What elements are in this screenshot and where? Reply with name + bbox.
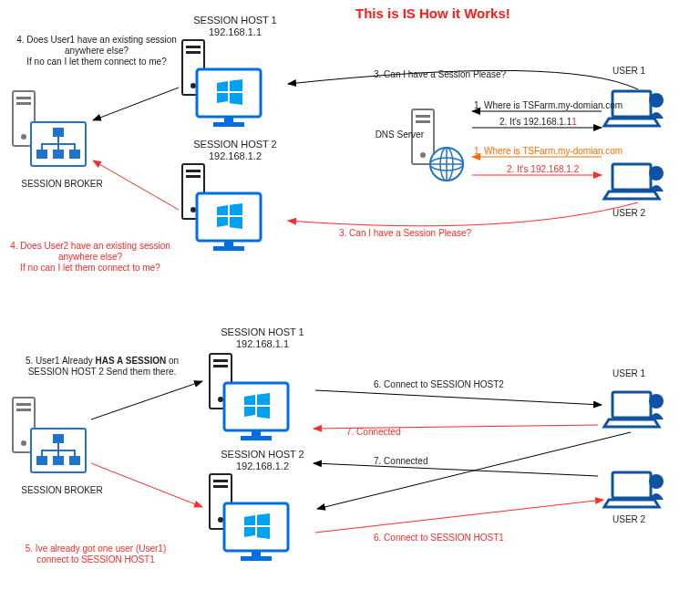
arrow-msg5 <box>91 381 202 419</box>
text-msg3r: 3. Can I have a Session Please? <box>339 228 471 239</box>
bottom-user-2-icon <box>604 472 664 507</box>
label-bot-host1: SESSION HOST 1192.168.1.1 <box>208 326 317 350</box>
text-msg2r: 2. It's 192.168.1.2 <box>507 164 579 175</box>
label-top-dns: DNS Server <box>369 129 424 140</box>
text-msg5: 5. User1 Already HAS A SESSION onSESSION… <box>11 345 193 378</box>
label-bot-user2: USER 2 <box>612 514 645 525</box>
bottom-session-host-1 <box>210 354 288 440</box>
text-msg4r: 4. Does User2 have an existing session a… <box>0 241 186 274</box>
label-top-user1: USER 1 <box>612 66 645 77</box>
label-bot-broker: SESSION BROKER <box>7 485 117 496</box>
text-msg6: 6. Connect to SESSION HOST2 <box>374 379 504 390</box>
text-msg5r: 5. Ive already got one user (User1) conn… <box>0 543 191 565</box>
arrow-cross <box>317 432 631 509</box>
text-msg3: 3. Can I have a Session Please? <box>374 69 506 80</box>
top-user-2-icon <box>604 164 664 199</box>
label-top-user2: USER 2 <box>612 208 645 219</box>
label-top-host2: SESSION HOST 2192.168.1.2 <box>180 139 290 162</box>
text-msg2: 2. It's 192.168.1.11 <box>499 117 577 128</box>
text-msg6r: 6. Connect to SESSION HOST1 <box>374 533 504 543</box>
text-msg1: 1. Where is TSFarm.my-domian.com <box>474 100 623 111</box>
top-dns-server <box>412 109 463 181</box>
text-msg7: 7. Connected <box>374 456 428 467</box>
bottom-session-host-2 <box>210 474 288 561</box>
arrow-msg7-black <box>314 463 598 476</box>
arrow-msg6r <box>315 500 603 533</box>
text-msg4: 4. Does User1 have an existing session a… <box>7 35 186 67</box>
page-title: This is IS How it Works! <box>355 5 510 21</box>
top-session-host-1 <box>182 40 261 127</box>
arrow-msg3r <box>288 202 638 226</box>
top-session-host-2 <box>182 164 261 251</box>
text-msg1r: 1. Where is TSFarm.my-domian.com <box>474 146 623 157</box>
bottom-session-broker <box>13 398 86 472</box>
text-msg7r: 7. Connected <box>346 427 401 438</box>
bottom-user-1-icon <box>604 392 664 427</box>
arrow-msg6 <box>315 390 602 405</box>
label-top-broker: SESSION BROKER <box>7 179 117 190</box>
diagram-canvas <box>0 0 700 590</box>
top-session-broker <box>13 91 86 166</box>
label-top-host1: SESSION HOST 1192.168.1.1 <box>180 15 290 38</box>
arrow-msg4 <box>93 88 179 120</box>
label-bot-host2: SESSION HOST 2192.168.1.2 <box>208 449 317 472</box>
label-bot-user1: USER 1 <box>612 368 645 379</box>
